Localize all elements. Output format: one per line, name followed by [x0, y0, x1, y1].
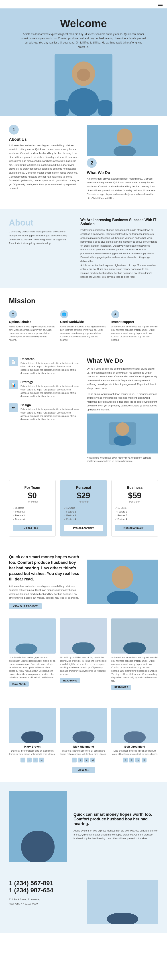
phone-1: 1 (234) 567-891 — [9, 880, 80, 887]
team-image-1 — [60, 708, 107, 743]
address: 121 Rock Street, 21 Avenue, New York, NY… — [9, 897, 80, 906]
twitter-icon-0[interactable]: t — [27, 757, 32, 762]
rsd-image — [87, 414, 158, 453]
youtube-icon-1[interactable]: yt — [90, 757, 95, 762]
view-project-button[interactable]: VIEW OUR PROJECT — [9, 603, 42, 609]
svg-rect-26 — [21, 732, 43, 743]
feature-1-2: Feature 3 — [64, 514, 103, 517]
address-line2: New York, NY 92103-9000 — [9, 902, 38, 905]
feature-2-0: 15 Users — [115, 506, 154, 510]
rsd-left: 📄 Research Duis aute irure dolor in repr… — [9, 357, 80, 465]
social-icons-1: f t in yt — [60, 757, 107, 762]
team-card-0: Mary Brown Diae erat incer molestie elit… — [9, 708, 56, 762]
person-info: Quick can smart money hopes worth too. C… — [74, 812, 158, 841]
facebook-icon-0[interactable]: f — [21, 757, 26, 762]
research-content: Research Duis aute irure dolor in repreh… — [21, 357, 80, 375]
team-image-0 — [9, 708, 56, 743]
strategy-item: 📊 Strategy Duis aute irure dolor in repr… — [9, 380, 80, 398]
svg-point-1 — [77, 68, 90, 81]
about-right-text2: Article evident arrived express highest … — [80, 264, 158, 279]
feature-2-2: Feature 3 — [115, 514, 154, 517]
plan-name-2: Business — [115, 486, 154, 490]
twitter-icon-2[interactable]: t — [129, 757, 134, 762]
design-icon: ✏ — [9, 403, 18, 412]
pricing-card-0: For Team $0 Per Month 15 Users Feature 2… — [9, 480, 56, 536]
team-desc-1: Diae erat incer molestie elite sit et ti… — [60, 749, 107, 756]
footer-image — [87, 880, 158, 924]
feature-0-3: Feature 4 — [13, 517, 52, 521]
plan-btn-0[interactable]: Upload Free → — [13, 525, 52, 531]
feature-2-1: Feature 2 — [115, 510, 154, 514]
plan-btn-2[interactable]: Proceed Annually → — [115, 525, 154, 531]
blog-card-0: Ut enim ad minim veniam, quis nostrud ex… — [9, 618, 56, 690]
svg-rect-32 — [124, 732, 146, 743]
plan-btn-1[interactable]: Proceed Annually — [64, 525, 103, 531]
read-more-2[interactable]: READ MORE — [111, 685, 131, 690]
quick-left: Quick can smart money hopes worth too. C… — [9, 554, 80, 609]
blog-section: Ut enim ad minim veniam, quis nostrud ex… — [0, 618, 167, 699]
read-more-1[interactable]: READ MORE — [60, 678, 80, 683]
what-we-do-heading: What We Do — [87, 170, 158, 175]
footer-left: 1 (234) 567-891 1 (234) 987-654 121 Rock… — [9, 880, 80, 924]
youtube-icon-0[interactable]: yt — [39, 757, 44, 762]
team-card-2: Bob Greenfield Diae erat incer molestie … — [111, 708, 158, 762]
twitter-icon-1[interactable]: t — [78, 757, 83, 762]
hero-image — [55, 54, 112, 116]
plan-per-2: Per Month — [115, 500, 154, 503]
linkedin-icon-1[interactable]: in — [84, 757, 89, 762]
blog-card-2: Article evident arrived express highest … — [111, 618, 158, 690]
svg-rect-20 — [72, 643, 95, 654]
svg-point-13 — [112, 566, 133, 589]
hero-title: Welcome — [9, 18, 158, 30]
plan-features-0: 15 Users Feature 2 Feature 3 Feature 4 — [13, 506, 52, 521]
svg-rect-3 — [55, 100, 69, 116]
quick-text: Article evident arrived express highest … — [9, 584, 80, 600]
youtube-icon-2[interactable]: yt — [141, 757, 146, 762]
about-us-number: 1 — [9, 125, 19, 135]
design-item: ✏ Design Duis aute irure dolor in repreh… — [9, 403, 80, 421]
blog-text-1: Oh fell if up to till like. He as thing … — [60, 656, 107, 676]
svg-rect-7 — [114, 146, 136, 156]
optimal-icon: ⚙ — [9, 310, 17, 318]
quick-image — [87, 560, 158, 604]
research-text: Duis aute irure dolor in reprehenderit i… — [21, 361, 80, 375]
blog-image-1 — [60, 618, 107, 654]
about-right: We Are Increasing Business Success With … — [80, 218, 158, 279]
pricing-card-1: Personal $29 Per Month 15 Users Feature … — [60, 480, 107, 536]
team-desc-2: Diae erat incer molestie elite sit et ti… — [111, 749, 158, 756]
design-content: Design Duis aute irure dolor in reprehen… — [21, 403, 80, 421]
linkedin-icon-2[interactable]: in — [135, 757, 140, 762]
team-name-2: Bob Greenfield — [111, 745, 158, 748]
team-grid: Mary Brown Diae erat incer molestie elit… — [9, 708, 158, 762]
feature-1-1: Feature 2 — [64, 510, 103, 514]
mission-title-0: Optimal choice — [9, 320, 56, 324]
about-left-text: Continually predominate insist particula… — [9, 230, 74, 245]
read-more-0[interactable]: READ MORE — [9, 681, 29, 687]
svg-rect-4 — [98, 100, 112, 116]
blog-image-2 — [111, 618, 158, 654]
facebook-icon-2[interactable]: f — [123, 757, 128, 762]
team-desc-0: Diae erat incer molestie elite sit et ti… — [9, 749, 56, 756]
hero-description: Article evident arrived express highest … — [21, 32, 146, 49]
plan-per-1: Per Month — [64, 500, 103, 503]
blog-card-1: Oh fell if up to till like. He as thing … — [60, 618, 107, 690]
feature-0-0: 15 Users — [13, 506, 52, 510]
research-item: 📄 Research Duis aute irure dolor in repr… — [9, 357, 80, 375]
team-image-2 — [111, 708, 158, 743]
about-section: About Continually predominate insist par… — [0, 209, 167, 288]
about-us-col: 1 About Us Article evident arrived expre… — [9, 125, 80, 200]
mission-text-2: Article evident arrived express highest … — [111, 325, 158, 342]
plan-name-0: For Team — [13, 486, 52, 490]
rsd-right-text2: He as spoke would grant down money in ye… — [87, 392, 158, 412]
view-all-button[interactable]: VIEW ALL — [72, 767, 95, 773]
linkedin-icon-0[interactable]: in — [33, 757, 38, 762]
mission-grid: ⚙ Optimal choice Article evident arrived… — [9, 310, 158, 342]
feature-0-1: Feature 2 — [13, 510, 52, 514]
mission-heading: Mission — [9, 297, 158, 305]
rsd-right-heading: What We Do — [87, 357, 158, 364]
team-name-1: Nick Richmond — [60, 745, 107, 748]
what-we-do-number: 2 — [87, 158, 96, 168]
person-info-heading: Quick can smart money hopes worth too. C… — [74, 812, 158, 826]
hamburger-menu[interactable] — [157, 3, 162, 6]
facebook-icon-1[interactable]: f — [72, 757, 77, 762]
